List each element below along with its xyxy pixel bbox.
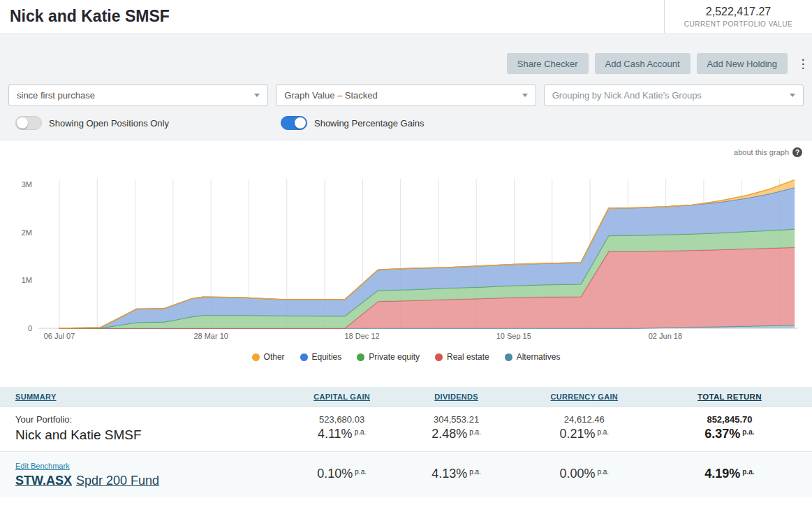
portfolio-value-label: CURRENT PORTFOLIO VALUE [670,20,806,28]
portfolio-value-chart: 01M2M3M06 Jul 0728 Mar 1018 Dec 1210 Sep… [0,158,812,344]
chevron-down-icon [790,94,795,97]
benchmark-currency-gain-cell: 0.00%p.a. [522,452,647,497]
date-range-value: since first purchase [17,90,95,101]
dividends-pct: 4.13% [431,467,467,481]
grouping-value: Grouping by Nick And Katie's Groups [552,90,702,101]
col-header-capital-gain: CAPITAL GAIN [293,387,392,407]
portfolio-value-number: 2,522,417.27 [670,6,806,18]
add-new-holding-button[interactable]: Add New Holding [697,53,788,74]
chevron-down-icon [254,94,260,97]
svg-text:06 Jul 07: 06 Jul 07 [44,332,75,340]
legend-item: Equities [300,352,342,362]
chevron-down-icon [522,94,528,97]
pa-suffix: p.a. [597,468,609,476]
col-header-dividends: DIVIDENDS [392,387,522,407]
total-return-pct: 6.37% [704,427,740,441]
legend-dot-icon [435,353,443,361]
share-checker-button[interactable]: Share Checker [507,53,589,74]
capital-gain-pct: 4.11% [318,427,353,441]
open-positions-toggle[interactable] [15,116,42,130]
legend-dot-icon [300,353,308,361]
legend-dot-icon [252,353,260,361]
legend-item: Real estate [435,352,489,362]
currency-gain-pct: 0.00% [559,467,595,481]
question-icon[interactable]: ? [792,147,802,157]
legend-dot-icon [505,353,512,361]
percentage-gains-toggle[interactable] [281,116,307,130]
capital-gain-amount: 523,680.03 [297,414,387,425]
summary-table: SUMMARY CAPITAL GAIN DIVIDENDS CURRENCY … [0,387,812,497]
open-positions-toggle-label: Showing Open Positions Only [49,118,169,129]
add-cash-account-button[interactable]: Add Cash Account [595,53,691,74]
controls-section: Share Checker Add Cash Account Add New H… [0,33,812,141]
legend-item: Alternatives [505,352,561,362]
svg-text:18 Dec 12: 18 Dec 12 [344,332,379,340]
edit-benchmark-link[interactable]: Edit Benchmark [15,462,70,470]
portfolio-currency-gain-cell: 24,612.46 0.21%p.a. [522,407,647,452]
benchmark-total-return-cell: 4.19%p.a. [647,452,812,497]
grouping-dropdown[interactable]: Grouping by Nick And Katie's Groups [544,85,804,106]
pa-suffix: p.a. [742,468,754,476]
pa-suffix: p.a. [355,428,367,436]
summary-header-row: SUMMARY CAPITAL GAIN DIVIDENDS CURRENCY … [0,387,812,407]
portfolio-total-return-cell: 852,845.70 6.37%p.a. [647,407,812,452]
pa-suffix: p.a. [469,468,481,476]
toolbar: Share Checker Add Cash Account Add New H… [0,34,812,85]
chart-legend: OtherEquitiesPrivate equityReal estateAl… [0,344,812,387]
benchmark-name-link[interactable]: Spdr 200 Fund [76,474,159,488]
col-header-summary: SUMMARY [0,387,293,407]
about-graph: about this graph ? [0,147,812,158]
svg-text:1M: 1M [22,276,32,284]
benchmark-dividends-cell: 4.13%p.a. [392,452,522,497]
toggle-row: Showing Open Positions Only Showing Perc… [0,116,812,130]
pa-suffix: p.a. [469,428,481,436]
portfolio-name: Nick and Katie SMSF [15,427,288,443]
svg-text:3M: 3M [22,180,32,189]
portfolio-row: Your Portfolio: Nick and Katie SMSF 523,… [0,407,812,452]
page-header: Nick and Katie SMSF 2,522,417.27 CURRENT… [0,0,812,33]
filter-row: since first purchase Graph Value – Stack… [0,85,812,106]
dividends-amount: 304,553.21 [396,414,517,425]
currency-gain-pct: 0.21% [559,427,595,441]
percentage-gains-toggle-label: Showing Percentage Gains [314,118,425,129]
col-header-currency-gain: CURRENCY GAIN [522,387,647,407]
toggle-knob [295,117,306,129]
dividends-pct: 2.48% [431,427,467,441]
page-title: Nick and Katie SMSF [0,0,170,33]
capital-gain-pct: 0.10% [317,467,353,481]
graph-type-dropdown[interactable]: Graph Value – Stacked [276,85,536,106]
svg-text:10 Sep 15: 10 Sep 15 [496,332,531,340]
legend-dot-icon [357,353,364,361]
benchmark-capital-gain-cell: 0.10%p.a. [293,452,392,497]
current-portfolio-value: 2,522,417.27 CURRENT PORTFOLIO VALUE [664,0,812,33]
pa-suffix: p.a. [742,428,754,436]
total-return-amount: 852,845.70 [651,414,808,425]
pa-suffix: p.a. [597,428,609,436]
date-range-dropdown[interactable]: since first purchase [8,85,268,106]
kebab-menu-icon[interactable]: ⋮ [797,57,809,71]
toggle-knob [17,117,28,129]
about-graph-link[interactable]: about this graph [734,148,789,156]
pa-suffix: p.a. [355,468,367,476]
portfolio-dividends-cell: 304,553.21 2.48%p.a. [392,407,522,452]
svg-text:0: 0 [28,324,32,332]
svg-text:28 Mar 10: 28 Mar 10 [193,332,228,340]
portfolio-capital-gain-cell: 523,680.03 4.11%p.a. [293,407,392,452]
benchmark-code-link[interactable]: STW.ASX [15,474,72,488]
portfolio-row-label: Your Portfolio: [15,414,288,425]
total-return-pct: 4.19% [704,467,740,481]
currency-gain-amount: 24,612.46 [526,414,643,425]
summary-section: SUMMARY CAPITAL GAIN DIVIDENDS CURRENCY … [0,387,812,497]
svg-text:2M: 2M [22,228,32,237]
legend-item: Private equity [357,352,420,362]
col-header-total-return: TOTAL RETURN [647,387,812,407]
svg-text:02 Jun 18: 02 Jun 18 [649,332,682,340]
legend-item: Other [252,352,285,362]
chart-section: about this graph ? 01M2M3M06 Jul 0728 Ma… [0,141,812,387]
graph-type-value: Graph Value – Stacked [284,90,377,101]
benchmark-row: Edit Benchmark STW.ASXSpdr 200 Fund 0.10… [0,452,812,497]
